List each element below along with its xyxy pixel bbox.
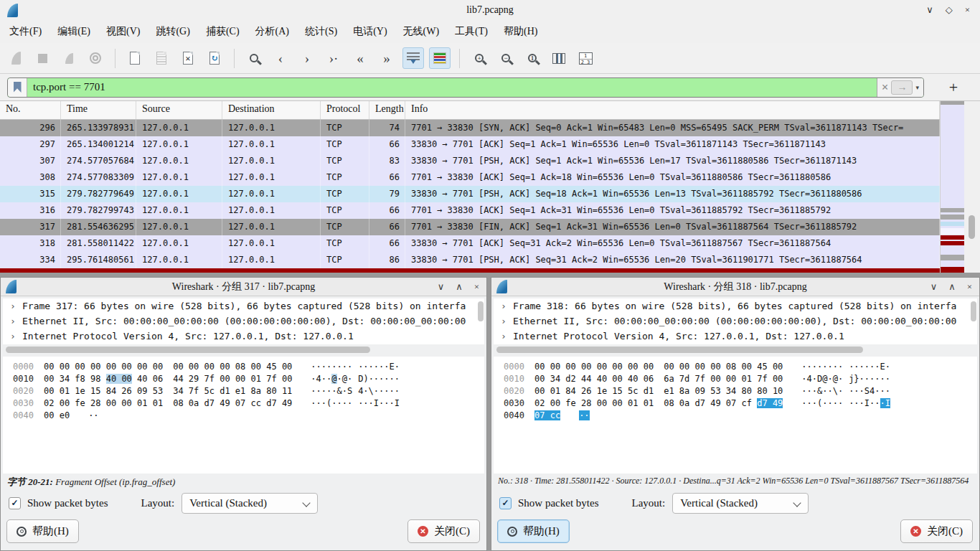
hex-row-0010[interactable]: 001000 34 f8 98 40 00 40 0644 29 7f 00 0… — [3, 373, 484, 385]
zoom-in-button[interactable]: + — [468, 47, 490, 69]
layout-select[interactable]: Vertical (Stacked) — [672, 493, 809, 514]
packet-row-308[interactable]: 308274.577083309127.0.0.1127.0.0.1TCP667… — [0, 169, 940, 186]
maximize-icon[interactable]: ∧ — [456, 281, 463, 293]
packet-row-317[interactable]: 317281.554636295127.0.0.1127.0.0.1TCP667… — [0, 219, 940, 235]
hex-row-0040[interactable]: 004000 e0·· — [3, 410, 484, 422]
file-close-button[interactable]: × — [177, 47, 199, 69]
filter-apply-icon[interactable]: → — [891, 80, 913, 95]
go-forward-button[interactable]: › — [296, 47, 318, 69]
tree-row[interactable]: ›Frame 317: 66 bytes on wire (528 bits),… — [3, 298, 484, 314]
minimize-icon[interactable]: ∨ — [930, 281, 938, 293]
packet-row-296[interactable]: 296265.133978931127.0.0.1127.0.0.1TCP747… — [0, 120, 940, 136]
tree-horizontal-scrollbar[interactable] — [4, 347, 484, 353]
hex-row-0040[interactable]: 004007 cc·· — [494, 410, 977, 422]
tree-scrollbar-thumb[interactable] — [971, 301, 976, 321]
go-to-packet-button[interactable]: ›· — [323, 47, 344, 69]
packet-bytes-hexdump[interactable]: 000000 00 00 00 00 00 00 0000 00 00 00 0… — [494, 357, 977, 474]
tree-row[interactable]: ›Frame 318: 66 bytes on wire (528 bits),… — [494, 298, 977, 314]
display-filter-input[interactable]: tcp.port == 7701 × → ▾ — [7, 77, 924, 98]
capture-options-button[interactable] — [85, 47, 106, 69]
menu-item-go[interactable]: 跳转(G) — [148, 22, 197, 42]
colorize-button[interactable] — [429, 47, 451, 69]
expander-chevron-icon[interactable]: › — [501, 314, 507, 329]
show-packet-bytes-checkbox[interactable]: ✓ — [9, 497, 21, 509]
hex-row-0000[interactable]: 000000 00 00 00 00 00 00 0000 00 00 00 0… — [3, 361, 484, 373]
clipped-packet-row[interactable] — [0, 268, 940, 273]
hex-row-0020[interactable]: 002000 01 1e 15 84 26 09 5334 7f 5c d1 e… — [3, 385, 484, 397]
column-header-protocol[interactable]: Protocol — [321, 101, 369, 119]
packet-row-297[interactable]: 297265.134001214127.0.0.1127.0.0.1TCP663… — [0, 136, 940, 153]
menu-item-analyze[interactable]: 分析(A) — [248, 22, 297, 42]
tree-scrollbar[interactable] — [971, 300, 978, 342]
column-header-info[interactable]: Info — [405, 101, 940, 119]
menu-item-view[interactable]: 视图(V) — [98, 22, 148, 42]
packet-row-316[interactable]: 316279.782799743127.0.0.1127.0.0.1TCP667… — [0, 202, 940, 219]
column-header-destination[interactable]: Destination — [222, 101, 321, 119]
tree-scrollbar[interactable] — [478, 300, 485, 342]
column-header-source[interactable]: Source — [136, 101, 222, 119]
close-icon[interactable]: × — [967, 281, 972, 293]
packet-row-307[interactable]: 307274.577057684127.0.0.1127.0.0.1TCP833… — [0, 153, 940, 169]
packet-row-315[interactable]: 315279.782779649127.0.0.1127.0.0.1TCP793… — [0, 186, 940, 202]
tree-hscrollbar-thumb[interactable] — [496, 347, 863, 353]
minimize-icon[interactable]: ∨ — [926, 4, 933, 16]
expander-chevron-icon[interactable]: › — [10, 298, 16, 314]
intelligent-scrollbar-minimap[interactable] — [940, 101, 964, 273]
go-last-button[interactable]: » — [376, 47, 397, 69]
menu-item-edit[interactable]: 编辑(E) — [50, 22, 98, 42]
menu-item-file[interactable]: 文件(F) — [1, 22, 50, 42]
menu-item-help[interactable]: 帮助(H) — [496, 22, 545, 42]
tree-horizontal-scrollbar[interactable] — [494, 347, 976, 353]
hex-row-0020[interactable]: 002000 01 84 26 1e 15 5c d1e1 8a 09 53 3… — [494, 385, 977, 397]
hex-row-0030[interactable]: 003002 00 fe 28 00 00 01 0108 0a d7 49 0… — [3, 397, 484, 410]
packet-row-318[interactable]: 318281.558011422127.0.0.1127.0.0.1TCP663… — [0, 235, 940, 252]
add-filter-button[interactable]: + — [943, 80, 964, 95]
packet-row-334[interactable]: 334295.761480561127.0.0.1127.0.0.1TCP863… — [0, 252, 940, 268]
expander-chevron-icon[interactable]: › — [501, 329, 507, 344]
file-open-button[interactable] — [124, 47, 146, 69]
help-button[interactable]: 帮助(H) — [6, 519, 79, 543]
tree-row[interactable]: ›Internet Protocol Version 4, Src: 127.0… — [494, 329, 977, 344]
packet-bytes-hexdump[interactable]: 000000 00 00 00 00 00 00 0000 00 00 00 0… — [3, 357, 484, 474]
filter-clear-icon[interactable]: × — [882, 81, 889, 93]
menu-item-capture[interactable]: 捕获(C) — [198, 22, 248, 42]
packet-list-scrollbar[interactable] — [964, 101, 980, 273]
capture-stop-button[interactable] — [32, 47, 53, 69]
hex-row-0010[interactable]: 001000 34 d2 44 40 00 40 066a 7d 7f 00 0… — [494, 373, 977, 385]
expander-chevron-icon[interactable]: › — [501, 298, 507, 314]
column-header-time[interactable]: Time — [61, 101, 136, 119]
tree-row[interactable]: ›Ethernet II, Src: 00:00:00_00:00:00 (00… — [494, 314, 977, 329]
capture-restart-button[interactable] — [58, 47, 80, 69]
file-save-button[interactable] — [151, 47, 172, 69]
tree-row[interactable]: ›Internet Protocol Version 4, Src: 127.0… — [3, 329, 484, 344]
zoom-out-button[interactable]: − — [495, 47, 517, 69]
menu-item-telephony[interactable]: 电话(Y) — [345, 22, 395, 42]
hex-row-0030[interactable]: 003002 00 fe 28 00 00 01 0108 0a d7 49 0… — [494, 397, 977, 410]
hex-row-0000[interactable]: 000000 00 00 00 00 00 00 0000 00 00 00 0… — [494, 361, 977, 373]
file-reload-button[interactable]: ↻ — [204, 47, 225, 69]
layout-select[interactable]: Vertical (Stacked) — [182, 493, 318, 514]
filter-bookmark-button[interactable] — [8, 78, 27, 97]
numbered-columns-button[interactable]: 12 3 — [575, 47, 596, 69]
expander-chevron-icon[interactable]: › — [10, 329, 16, 344]
find-packet-button[interactable] — [243, 47, 265, 69]
tree-row[interactable]: ›Ethernet II, Src: 00:00:00_00:00:00 (00… — [3, 314, 484, 329]
expander-chevron-icon[interactable]: › — [10, 314, 16, 329]
minimize-icon[interactable]: ∨ — [438, 281, 445, 293]
close-icon[interactable]: × — [965, 4, 970, 16]
scrollbar-thumb[interactable] — [969, 215, 975, 239]
menu-item-tools[interactable]: 工具(T) — [447, 22, 496, 42]
menu-item-wireless[interactable]: 无线(W) — [395, 22, 448, 42]
maximize-icon[interactable]: ∧ — [948, 281, 956, 293]
zoom-reset-button[interactable]: 1 — [522, 47, 543, 69]
menu-item-statistics[interactable]: 统计(S) — [297, 22, 345, 42]
help-button[interactable]: 帮助(H) — [497, 519, 570, 543]
filter-history-caret-icon[interactable]: ▾ — [915, 84, 919, 91]
go-first-button[interactable]: « — [349, 47, 371, 69]
close-icon[interactable]: × — [474, 281, 479, 293]
close-button[interactable]: ✕ 关闭(C) — [900, 519, 973, 543]
column-header-no[interactable]: No. — [0, 101, 61, 119]
auto-scroll-button[interactable] — [402, 47, 424, 69]
maximize-icon[interactable]: ◇ — [946, 4, 953, 16]
close-button[interactable]: ✕ 关闭(C) — [407, 519, 480, 543]
